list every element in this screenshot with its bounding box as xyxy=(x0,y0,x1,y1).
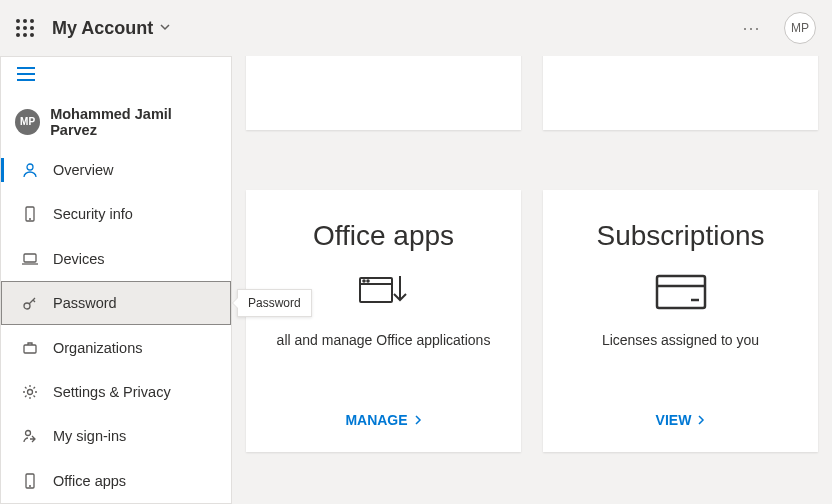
card-action-label: VIEW xyxy=(656,412,692,428)
chevron-down-icon[interactable] xyxy=(159,19,171,37)
svg-point-6 xyxy=(28,389,33,394)
sidebar-item-label: Office apps xyxy=(53,473,126,489)
sidebar: MP Mohammed Jamil Parvez Overview Securi… xyxy=(0,56,232,504)
card-title: Subscriptions xyxy=(596,220,764,252)
phone-icon xyxy=(21,473,39,489)
card-description: Licenses assigned to you xyxy=(602,332,759,348)
profile-name: Mohammed Jamil Parvez xyxy=(50,106,217,138)
svg-rect-3 xyxy=(24,254,36,262)
user-avatar[interactable]: MP xyxy=(784,12,816,44)
laptop-icon xyxy=(21,252,39,266)
person-icon xyxy=(21,162,39,178)
card-title: Office apps xyxy=(313,220,454,252)
gear-icon xyxy=(21,384,39,400)
top-bar: My Account ⋯ MP xyxy=(0,0,832,56)
card-action-manage[interactable]: MANAGE xyxy=(345,412,421,428)
main-content: EW SETTINGS AND PRIVACY REVIEW RECENT AC… xyxy=(232,56,832,504)
sidebar-item-my-signins[interactable]: My sign-ins xyxy=(1,414,231,458)
svg-point-7 xyxy=(26,431,31,436)
sidebar-item-organizations[interactable]: Organizations xyxy=(1,325,231,369)
tooltip: Password xyxy=(237,289,312,317)
profile-avatar: MP xyxy=(15,109,40,135)
card-action-label: MANAGE xyxy=(345,412,407,428)
sidebar-item-label: Overview xyxy=(53,162,113,178)
sidebar-item-label: Security info xyxy=(53,206,133,222)
svg-rect-14 xyxy=(657,276,705,308)
chevron-right-icon xyxy=(697,412,705,428)
card-action-view[interactable]: VIEW xyxy=(656,412,706,428)
sidebar-item-devices[interactable]: Devices xyxy=(1,237,231,281)
svg-point-12 xyxy=(363,280,365,282)
sidebar-item-office-apps[interactable]: Office apps xyxy=(1,459,231,503)
sidebar-item-label: Organizations xyxy=(53,340,142,356)
sidebar-item-security-info[interactable]: Security info xyxy=(1,192,231,236)
phone-icon xyxy=(21,206,39,222)
page-title: My Account xyxy=(52,18,153,39)
sidebar-item-label: Password xyxy=(53,295,117,311)
download-icon xyxy=(358,272,410,316)
card-recent-activity: REVIEW RECENT ACTIVITY xyxy=(543,56,818,130)
profile-header: MP Mohammed Jamil Parvez xyxy=(1,92,231,148)
sidebar-item-label: Settings & Privacy xyxy=(53,384,171,400)
svg-point-13 xyxy=(367,280,369,282)
svg-point-0 xyxy=(27,164,33,170)
menu-toggle[interactable] xyxy=(1,57,231,92)
card-subscriptions: Subscriptions Licenses assigned to you V… xyxy=(543,190,818,452)
sidebar-item-settings-privacy[interactable]: Settings & Privacy xyxy=(1,370,231,414)
sidebar-item-label: Devices xyxy=(53,251,105,267)
sidebar-item-password[interactable]: Password Password xyxy=(1,281,231,325)
signin-icon xyxy=(21,428,39,444)
chevron-right-icon xyxy=(414,412,422,428)
app-launcher-icon[interactable] xyxy=(16,19,34,37)
card-icon-credit xyxy=(653,272,709,316)
card-office-apps: Office apps all and manage Office applic… xyxy=(246,190,521,452)
svg-rect-5 xyxy=(24,345,36,353)
key-icon xyxy=(21,295,39,311)
sidebar-item-overview[interactable]: Overview xyxy=(1,148,231,192)
card-description: all and manage Office applications xyxy=(277,332,491,348)
card-settings-privacy: EW SETTINGS AND PRIVACY xyxy=(246,56,521,130)
briefcase-icon xyxy=(21,341,39,355)
sidebar-item-label: My sign-ins xyxy=(53,428,126,444)
more-icon[interactable]: ⋯ xyxy=(742,17,762,39)
